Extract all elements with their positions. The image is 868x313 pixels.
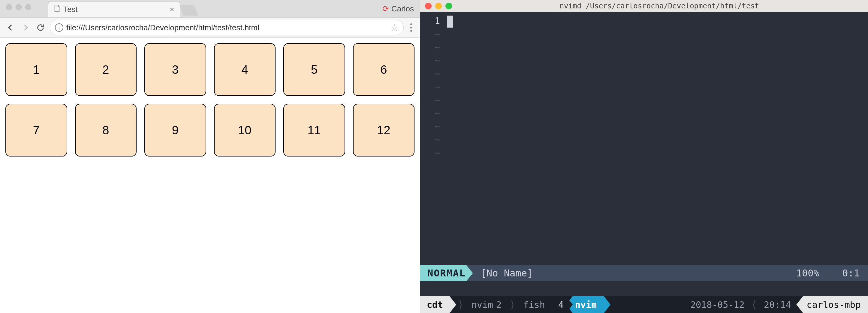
vim-position: 0:1 xyxy=(834,268,868,279)
maximize-window-icon[interactable] xyxy=(25,4,31,10)
browser-window: Test × ⟳ Carlos i file:///Users/carlosro… xyxy=(0,0,420,313)
tmux-session-name: cdt xyxy=(427,300,443,310)
reload-button[interactable] xyxy=(35,22,46,33)
grid-cell: 10 xyxy=(214,104,276,156)
tmux-window-name: fish xyxy=(523,300,545,310)
address-bar[interactable]: i file:///Users/carlosrocha/Development/… xyxy=(50,20,404,35)
vim-percent: 100% xyxy=(790,268,826,279)
minimize-window-icon[interactable] xyxy=(16,4,22,10)
page-content: 1 2 3 4 5 6 7 8 9 10 11 12 xyxy=(0,38,420,313)
tmux-window-name: nvim xyxy=(575,300,597,310)
separator-icon xyxy=(566,296,573,313)
tmux-host: carlos-mbp xyxy=(796,296,868,313)
tmux-time: 20:14 xyxy=(758,300,796,310)
terminal-gap xyxy=(420,281,868,296)
tmux-date: 2018-05-12 xyxy=(685,300,750,310)
grid-cell: 6 xyxy=(353,43,415,96)
tmux-window-index: 4 xyxy=(558,300,564,310)
profile-name: Carlos xyxy=(392,4,414,13)
cell-value: 5 xyxy=(311,63,317,76)
cell-value: 3 xyxy=(172,63,179,76)
browser-menu-button[interactable] xyxy=(407,23,415,32)
grid-cell: 9 xyxy=(144,104,206,156)
separator-icon: ⟨ xyxy=(826,267,834,279)
separator-icon xyxy=(604,296,611,313)
separator-icon xyxy=(450,296,456,313)
window-controls xyxy=(6,4,31,10)
cell-value: 10 xyxy=(238,124,251,137)
tmux-window-index-pre: 4 xyxy=(552,296,566,313)
terminal-window: nvimd /Users/carlosrocha/Development/htm… xyxy=(420,0,868,313)
separator-icon: ⟩ xyxy=(508,299,517,311)
site-info-icon[interactable]: i xyxy=(55,23,63,32)
empty-line-tilde: ~ xyxy=(420,133,440,146)
tmux-host-name: carlos-mbp xyxy=(806,300,861,310)
tmux-statusline: cdt ⟩ nvim 2 ⟩ fish 4 nvim 2018-05-12 ⟨ … xyxy=(420,296,868,313)
grid-cell: 7 xyxy=(5,104,67,156)
separator-icon: ⟨ xyxy=(750,299,758,311)
line-number: 1 xyxy=(420,14,440,28)
empty-line-tilde: ~ xyxy=(420,120,440,133)
tmux-window-index: 2 xyxy=(496,300,501,310)
page-icon xyxy=(54,4,60,14)
bookmark-star-icon[interactable]: ☆ xyxy=(391,23,399,33)
grid-cell: 4 xyxy=(214,43,276,96)
browser-toolbar: i file:///Users/carlosrocha/Development/… xyxy=(0,18,420,38)
close-window-icon[interactable] xyxy=(6,4,12,10)
terminal-title: nvimd /Users/carlosrocha/Development/htm… xyxy=(456,2,863,10)
cell-value: 8 xyxy=(102,124,109,137)
empty-line-tilde: ~ xyxy=(420,41,440,54)
maximize-window-icon[interactable] xyxy=(445,3,452,9)
close-tab-icon[interactable]: × xyxy=(169,5,175,14)
empty-line-tilde: ~ xyxy=(420,54,440,67)
profile-badge[interactable]: ⟳ Carlos xyxy=(382,4,420,13)
cell-value: 2 xyxy=(102,63,109,76)
empty-line-tilde: ~ xyxy=(420,28,440,41)
tmux-window[interactable]: nvim 2 xyxy=(465,296,508,313)
new-tab-button[interactable] xyxy=(179,5,198,15)
grid-cell: 2 xyxy=(75,43,137,96)
empty-line-tilde: ~ xyxy=(420,80,440,94)
empty-line-tilde: ~ xyxy=(420,67,440,80)
forward-button[interactable] xyxy=(20,22,31,33)
cell-value: 7 xyxy=(33,124,40,137)
cell-value: 4 xyxy=(241,63,248,76)
grid-cell: 8 xyxy=(75,104,137,156)
vim-mode: NORMAL xyxy=(420,265,473,281)
tmux-window[interactable]: fish xyxy=(517,296,551,313)
vim-statusline: NORMAL [No Name] 100% ⟨ 0:1 xyxy=(420,265,868,281)
grid-cell: 12 xyxy=(353,104,415,156)
tmux-session[interactable]: cdt xyxy=(420,296,450,313)
editor-area[interactable]: 1 ~ ~ ~ ~ ~ ~ ~ ~ ~ ~ xyxy=(420,12,868,265)
separator-icon: ⟩ xyxy=(456,299,465,311)
cell-value: 11 xyxy=(308,124,321,137)
cell-value: 12 xyxy=(377,124,391,137)
cell-value: 9 xyxy=(172,124,179,137)
editor-buffer[interactable] xyxy=(444,12,868,265)
line-gutter: 1 ~ ~ ~ ~ ~ ~ ~ ~ ~ ~ xyxy=(420,12,444,265)
tab-title: Test xyxy=(63,5,78,14)
cell-value: 1 xyxy=(33,63,40,76)
url-text: file:///Users/carlosrocha/Development/ht… xyxy=(66,23,259,32)
empty-line-tilde: ~ xyxy=(420,146,440,160)
sync-icon: ⟳ xyxy=(382,4,389,13)
grid-cell: 11 xyxy=(283,104,345,156)
grid-cell: 5 xyxy=(283,43,345,96)
minimize-window-icon[interactable] xyxy=(435,3,442,9)
vim-filename: [No Name] xyxy=(473,268,540,279)
cell-value: 6 xyxy=(380,63,387,76)
tmux-window-name: nvim xyxy=(471,300,493,310)
terminal-titlebar: nvimd /Users/carlosrocha/Development/htm… xyxy=(420,0,868,12)
grid-cell: 1 xyxy=(5,43,67,96)
back-button[interactable] xyxy=(5,22,16,33)
grid-cell: 3 xyxy=(144,43,206,96)
close-window-icon[interactable] xyxy=(425,3,432,9)
browser-tab[interactable]: Test × xyxy=(48,1,180,18)
browser-tabstrip: Test × ⟳ Carlos xyxy=(0,0,420,18)
cursor xyxy=(447,15,453,28)
empty-line-tilde: ~ xyxy=(420,94,440,107)
empty-line-tilde: ~ xyxy=(420,107,440,120)
grid: 1 2 3 4 5 6 7 8 9 10 11 12 xyxy=(5,43,414,156)
